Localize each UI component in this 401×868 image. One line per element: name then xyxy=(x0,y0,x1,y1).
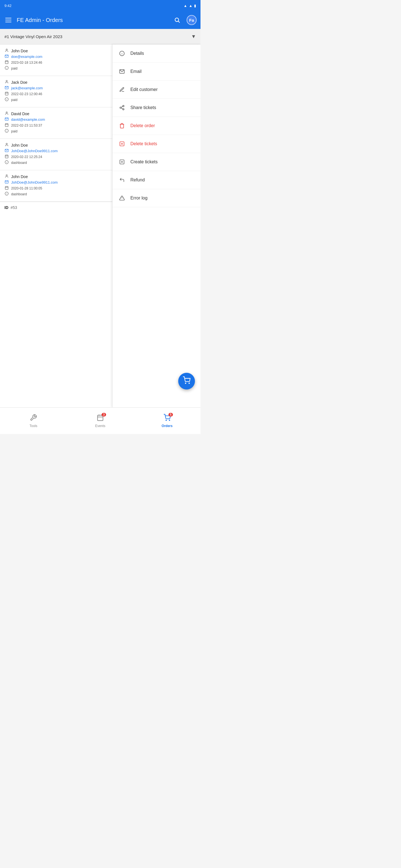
svg-point-65 xyxy=(185,383,186,383)
delete-tickets-icon xyxy=(118,140,126,148)
delete-order-label: Delete order xyxy=(130,123,155,128)
order-item[interactable]: John Doe doe@example.com 2023-02-18 13 xyxy=(0,44,112,76)
order-item[interactable]: David Doe david@example.com 2022-02-23 xyxy=(0,107,112,139)
bottom-nav: Tools 3 Events 5 Orders xyxy=(0,407,200,434)
context-menu: Details Email Edit customer Share ticket… xyxy=(112,44,200,407)
delete-tickets-label: Delete tickets xyxy=(130,141,157,146)
calendar-icon xyxy=(4,186,9,191)
order-customer-name: John Doe xyxy=(11,143,28,148)
email-label: Email xyxy=(130,69,141,74)
info-icon xyxy=(4,129,9,133)
order-customer-name: Jack Doe xyxy=(11,80,27,85)
svg-point-20 xyxy=(6,112,7,113)
context-menu-item-share-tickets[interactable]: Share tickets xyxy=(113,99,200,117)
create-tickets-icon xyxy=(118,158,126,166)
order-customer-name: John Doe xyxy=(11,49,28,53)
info-icon xyxy=(4,160,9,165)
menu-button[interactable] xyxy=(3,15,13,25)
error-log-label: Error log xyxy=(130,195,147,200)
order-status: paid xyxy=(11,66,18,70)
order-status: dashboard xyxy=(11,161,27,165)
order-status: paid xyxy=(11,129,18,133)
refund-label: Refund xyxy=(130,178,145,183)
events-nav-icon: 3 xyxy=(97,414,104,423)
delete-order-icon xyxy=(118,122,126,130)
person-icon xyxy=(4,80,9,85)
context-menu-item-edit-customer[interactable]: Edit customer xyxy=(113,81,200,99)
person-icon xyxy=(4,143,9,148)
bottom-nav-item-orders[interactable]: 5 Orders xyxy=(134,412,200,430)
tools-nav-label: Tools xyxy=(30,424,37,428)
context-menu-item-delete-order[interactable]: Delete order xyxy=(113,117,200,135)
event-name: #1 Vintage Vinyl Open Air 2023 xyxy=(4,34,191,39)
context-menu-item-create-tickets[interactable]: Create tickets xyxy=(113,153,200,171)
bottom-nav-item-events[interactable]: 3 Events xyxy=(67,412,134,430)
svg-point-11 xyxy=(6,81,7,82)
context-menu-item-delete-tickets[interactable]: Delete tickets xyxy=(113,135,200,153)
order-email: david@example.com xyxy=(11,117,45,122)
svg-point-2 xyxy=(6,49,7,50)
person-icon xyxy=(4,174,9,179)
email-icon xyxy=(4,54,9,59)
order-date: 2020-01-28 11:00:05 xyxy=(11,186,42,190)
context-menu-item-refund[interactable]: Refund xyxy=(113,171,200,189)
tools-nav-icon xyxy=(30,414,37,423)
context-menu-item-email[interactable]: Email xyxy=(113,63,200,81)
svg-line-1 xyxy=(178,21,180,23)
search-button[interactable] xyxy=(172,14,183,26)
info-icon xyxy=(4,66,9,71)
calendar-icon xyxy=(4,60,9,65)
events-nav-label: Events xyxy=(95,424,106,428)
email-icon xyxy=(4,86,9,90)
events-badge: 3 xyxy=(102,413,106,416)
event-dropdown[interactable]: #1 Vintage Vinyl Open Air 2023 ▼ xyxy=(0,29,200,44)
create-tickets-label: Create tickets xyxy=(130,159,157,164)
order-date: 2023-02-18 13:24:46 xyxy=(11,61,42,65)
bottom-nav-item-tools[interactable]: Tools xyxy=(0,412,67,430)
order-date: 2022-02-23 12:00:46 xyxy=(11,92,42,96)
wifi-icon: ▲ xyxy=(189,4,193,8)
svg-point-38 xyxy=(6,175,7,176)
email-icon xyxy=(4,180,9,185)
svg-point-72 xyxy=(169,420,170,421)
info-icon xyxy=(4,192,9,196)
svg-line-55 xyxy=(121,106,123,107)
calendar-icon xyxy=(4,92,9,96)
order-date: 2022-02-23 11:53:37 xyxy=(11,124,42,127)
svg-rect-4 xyxy=(5,61,8,64)
context-menu-item-details[interactable]: Details xyxy=(113,44,200,63)
email-icon xyxy=(4,117,9,122)
order-item[interactable]: John Doe JohDoe@JohnDoe9911.com 2020-0 xyxy=(0,139,112,170)
svg-point-0 xyxy=(175,18,179,22)
context-menu-item-error-log[interactable]: Error log xyxy=(113,189,200,207)
orders-badge: 5 xyxy=(169,413,173,416)
footer-hash-label: #53 xyxy=(10,205,17,210)
email-icon xyxy=(4,149,9,153)
order-status: paid xyxy=(11,98,18,102)
order-email: doe@example.com xyxy=(11,55,42,59)
order-item[interactable]: John Doe JohDoe@JohnDoe9911.com 2020-0 xyxy=(0,170,112,202)
main-content: John Doe doe@example.com 2023-02-18 13 xyxy=(0,44,200,407)
order-status: dashboard xyxy=(11,192,27,196)
edit-customer-icon xyxy=(118,86,126,93)
svg-point-52 xyxy=(120,107,121,108)
share-tickets-icon xyxy=(118,104,126,112)
svg-line-54 xyxy=(121,108,123,109)
status-bar-left: 9:42 xyxy=(4,4,11,8)
order-item[interactable]: Jack Doe jack@example.com 2022-02-23 1 xyxy=(0,76,112,107)
details-label: Details xyxy=(130,51,144,56)
svg-point-66 xyxy=(189,383,189,383)
status-bar: 9:42 ▲ ▲ ▮ xyxy=(0,0,200,11)
order-email: jack@example.com xyxy=(11,86,43,90)
fab-icon xyxy=(183,376,191,386)
signal-icon: ▲ xyxy=(183,4,187,8)
fab-button[interactable] xyxy=(178,373,195,390)
orders-footer: ID #53 xyxy=(0,202,112,213)
person-icon xyxy=(4,111,9,116)
footer-id-label: ID xyxy=(4,205,8,210)
orders-nav-icon: 5 xyxy=(164,414,171,423)
svg-point-29 xyxy=(6,143,7,145)
orders-nav-label: Orders xyxy=(162,424,172,428)
avatar-button[interactable]: Fa xyxy=(186,14,197,26)
edit-customer-label: Edit customer xyxy=(130,87,157,92)
